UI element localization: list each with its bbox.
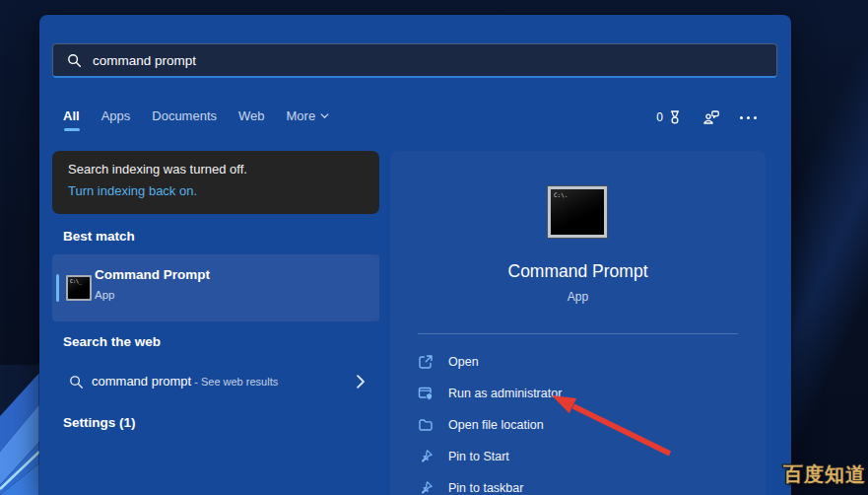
indexing-notice: Search indexing was turned off. Turn ind… xyxy=(52,151,379,214)
admin-shield-icon xyxy=(418,386,434,401)
tab-apps[interactable]: Apps xyxy=(101,108,131,124)
chevron-right-icon xyxy=(356,375,366,389)
command-prompt-icon-large: C:\. xyxy=(548,186,607,238)
baidu-zhidao-watermark: 百度知道 xyxy=(783,461,866,488)
selection-accent-bar xyxy=(56,274,59,302)
tab-more[interactable]: More xyxy=(287,108,330,124)
action-open[interactable]: Open xyxy=(390,346,766,378)
web-query-text: command prompt xyxy=(92,374,191,389)
result-title: Command Prompt xyxy=(95,267,210,282)
rewards-count: 0 xyxy=(656,110,663,124)
command-prompt-icon: C:\_ xyxy=(66,275,92,301)
pin-icon xyxy=(418,449,434,464)
pin-icon xyxy=(418,480,434,495)
search-flyout-panel: command prompt All Apps Documents Web Mo… xyxy=(39,15,791,495)
wallpaper-right-ribbon xyxy=(791,0,868,495)
tab-all[interactable]: All xyxy=(63,108,80,124)
preview-title: Command Prompt xyxy=(390,261,766,282)
action-list: Open Run as administrator Open file loca… xyxy=(390,346,766,495)
active-tab-underline xyxy=(64,128,80,131)
turn-indexing-on-link[interactable]: Turn indexing back on. xyxy=(68,183,364,198)
search-filter-tabs: All Apps Documents Web More xyxy=(63,108,329,124)
divider xyxy=(418,333,738,334)
search-icon xyxy=(67,53,82,68)
result-subtitle: App xyxy=(95,289,114,301)
feedback-icon[interactable] xyxy=(702,109,720,125)
best-match-heading: Best match xyxy=(63,229,135,244)
wallpaper-bloom-ribbons xyxy=(0,365,39,495)
web-suffix-text: - See web results xyxy=(191,376,278,388)
web-search-result[interactable]: command prompt - See web results xyxy=(52,363,379,402)
action-open-file-location[interactable]: Open file location xyxy=(390,409,766,441)
chevron-down-icon xyxy=(320,113,329,119)
search-query-text: command prompt xyxy=(93,53,196,68)
result-preview-card: C:\. Command Prompt App Open Run as admi… xyxy=(390,151,766,495)
action-pin-to-taskbar[interactable]: Pin to taskbar xyxy=(390,472,766,495)
folder-icon xyxy=(418,417,434,433)
open-external-icon xyxy=(418,354,434,370)
more-options-icon[interactable] xyxy=(740,116,757,119)
tab-documents[interactable]: Documents xyxy=(152,108,217,124)
search-input[interactable]: command prompt xyxy=(52,43,777,78)
search-icon xyxy=(69,375,84,389)
search-web-heading: Search the web xyxy=(63,334,161,349)
search-header-buttons: 0 xyxy=(656,106,757,129)
tab-web[interactable]: Web xyxy=(238,108,265,124)
action-run-as-administrator[interactable]: Run as administrator xyxy=(390,378,766,409)
preview-subtitle: App xyxy=(390,290,766,304)
indexing-notice-text: Search indexing was turned off. xyxy=(68,162,364,177)
settings-heading: Settings (1) xyxy=(63,415,136,430)
action-pin-to-start[interactable]: Pin to Start xyxy=(390,441,766,472)
best-match-result[interactable]: C:\_ Command Prompt App xyxy=(52,254,379,321)
rewards-button[interactable]: 0 xyxy=(656,109,683,125)
rewards-medal-icon xyxy=(667,109,683,125)
